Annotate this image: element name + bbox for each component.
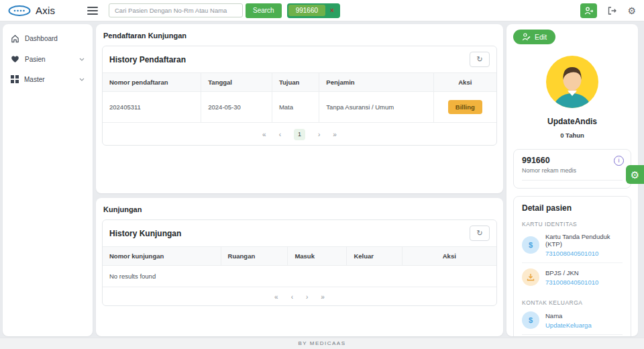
logout-button[interactable]	[607, 6, 617, 15]
brand: Axis	[8, 5, 78, 17]
panel-settings-button[interactable]: ⚙	[626, 165, 644, 184]
dollar-icon: $	[522, 311, 539, 329]
grid-icon	[11, 75, 19, 83]
detail-item-value: 731008040501010	[545, 279, 598, 286]
detail-item-title: Kartu Tanda Penduduk (KTP)	[545, 233, 623, 248]
cell-penjamin: Tanpa Asuransi / Umum	[319, 92, 433, 123]
detail-item-value: UpdateKeluarga	[545, 321, 592, 329]
download-icon	[522, 268, 539, 286]
search-button[interactable]: Search	[246, 3, 282, 18]
medical-record-number: 991660	[522, 156, 623, 165]
patient-age: 0 Tahun	[513, 132, 631, 139]
edit-button-label: Edit	[535, 33, 547, 41]
visits-section: Kunjungan History Kunjungan ↻ Nomor kunj…	[96, 198, 503, 336]
footer: BY MEDICAAS	[0, 338, 644, 349]
pagination-page-1[interactable]: 1	[294, 129, 305, 140]
pagination-prev[interactable]: ‹	[291, 293, 293, 301]
column-header: Nomor kunjungan	[103, 247, 221, 266]
register-patient-button[interactable]	[580, 3, 597, 18]
pagination-next[interactable]: ›	[318, 131, 320, 138]
pagination-last[interactable]: »	[321, 293, 325, 301]
visits-table: Nomor kunjungan Ruangan Masuk Keluar Aks…	[103, 246, 496, 287]
column-header: Keluar	[347, 247, 402, 266]
edit-patient-button[interactable]: Edit	[513, 30, 555, 44]
patient-avatar	[546, 56, 598, 108]
content-column: Pendaftaran Kunjungan History Pendaftara…	[96, 21, 503, 338]
topbar-actions: ⚙	[580, 3, 636, 18]
column-header: Aksi	[433, 73, 496, 92]
refresh-button[interactable]: ↻	[470, 226, 490, 241]
detail-item-ktp: $ Kartu Tanda Penduduk (KTP) 73100804050…	[522, 228, 623, 263]
topbar: Axis Search 991660 × ⚙	[0, 0, 644, 21]
history-pendaftaran-card: History Pendaftaran ↻ Nomor pendaftaran …	[102, 46, 497, 146]
person-edit-icon	[522, 33, 531, 41]
pagination-first[interactable]: «	[262, 131, 266, 138]
gear-icon: ⚙	[627, 6, 636, 15]
chevron-down-icon	[79, 78, 85, 81]
cell-nomor-pendaftaran: 202405311	[103, 92, 201, 123]
column-header: Masuk	[288, 247, 347, 266]
divider	[522, 180, 623, 183]
detail-item-bpjs: BPJS / JKN 731008040501010	[522, 263, 623, 291]
registration-table: Nomor pendaftaran Tanggal Tujuan Penjami…	[103, 72, 496, 123]
pagination-prev[interactable]: ‹	[279, 131, 281, 138]
sidebar-item-master[interactable]: Master	[3, 69, 93, 89]
dollar-icon: $	[522, 236, 539, 254]
patient-detail-card: Detail pasien KARTU IDENTITAS $ Kartu Ta…	[513, 196, 631, 336]
column-header: Tanggal	[201, 73, 272, 92]
medical-record-label: Nomor rekam medis	[522, 167, 623, 174]
column-header: Aksi	[402, 247, 496, 266]
section-label-kartu-identitas: KARTU IDENTITAS	[522, 221, 623, 228]
logout-icon	[607, 6, 617, 15]
home-icon	[11, 34, 19, 43]
sidebar-item-label: Master	[24, 76, 45, 83]
section-label-kontak-keluarga: KONTAK KELUARGA	[522, 299, 623, 306]
tag-close-icon[interactable]: ×	[325, 7, 339, 14]
pagination: « ‹ › »	[103, 287, 496, 305]
sidebar-item-label: Pasien	[25, 56, 46, 63]
empty-row: No results found	[103, 266, 496, 287]
table-header-row: Nomor kunjungan Ruangan Masuk Keluar Aks…	[103, 247, 496, 266]
cell-tujuan: Mata	[272, 92, 319, 123]
patient-tag-label: 991660	[288, 5, 325, 16]
info-icon[interactable]: i	[614, 156, 624, 166]
brand-name: Axis	[36, 5, 55, 16]
patient-name: UpdateAndis	[513, 117, 631, 126]
history-pendaftaran-title: History Pendaftaran	[109, 55, 186, 64]
detail-item-value: 731008040501010	[545, 250, 623, 257]
axis-logo-icon	[8, 5, 31, 17]
sidebar-item-dashboard[interactable]: Dashboard	[3, 28, 93, 49]
column-header: Nomor pendaftaran	[103, 73, 201, 92]
table-row: 202405311 2024-05-30 Mata Tanpa Asuransi…	[103, 92, 496, 123]
pagination-last[interactable]: »	[333, 131, 337, 138]
detail-item-title: Nama	[545, 312, 592, 319]
sidebar: Dashboard Pasien Master	[3, 24, 93, 336]
sidebar-item-pasien[interactable]: Pasien	[3, 49, 93, 69]
person-plus-icon	[584, 7, 594, 15]
patient-panel: Edit UpdateAndis 0 Tahun 991660 Nomor re…	[506, 24, 638, 336]
refresh-button[interactable]: ↻	[470, 52, 490, 67]
detail-title: Detail pasien	[522, 203, 623, 213]
main-area: Dashboard Pasien Master Pendaftaran	[0, 21, 644, 338]
table-header-row: Nomor pendaftaran Tanggal Tujuan Penjami…	[103, 73, 496, 92]
pagination-first[interactable]: «	[274, 293, 278, 301]
history-kunjungan-card: History Kunjungan ↻ Nomor kunjungan Ruan…	[102, 219, 497, 306]
chevron-down-icon	[79, 58, 85, 61]
history-kunjungan-title: History Kunjungan	[109, 229, 181, 238]
visits-section-title: Kunjungan	[103, 205, 497, 213]
heart-icon	[11, 55, 19, 63]
pagination-next[interactable]: ›	[306, 293, 308, 301]
pagination: « ‹ 1 › »	[103, 123, 496, 145]
settings-button[interactable]: ⚙	[627, 6, 636, 15]
billing-button[interactable]: Billing	[448, 100, 482, 114]
column-header: Tujuan	[272, 73, 319, 92]
column-header: Ruangan	[221, 247, 288, 266]
sidebar-item-label: Dashboard	[25, 35, 58, 42]
empty-message: No results found	[103, 266, 496, 287]
registration-section: Pendaftaran Kunjungan History Pendaftara…	[96, 24, 503, 193]
patient-tag: 991660 ×	[287, 3, 340, 18]
menu-toggle-button[interactable]	[85, 4, 101, 17]
cell-tanggal: 2024-05-30	[201, 92, 272, 123]
search-input[interactable]	[109, 3, 243, 17]
detail-item-title: BPJS / JKN	[545, 269, 598, 277]
